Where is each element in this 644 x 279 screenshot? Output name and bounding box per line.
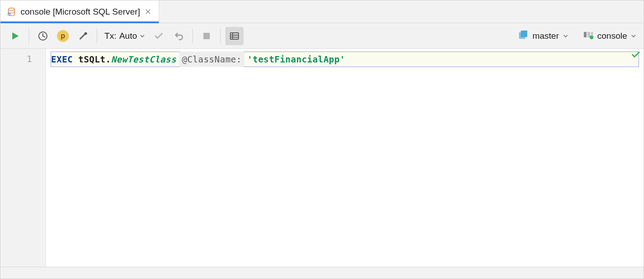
- tx-mode-dropdown[interactable]: Tx: Auto: [102, 31, 148, 41]
- datasource-icon: [583, 29, 594, 42]
- tx-prefix: Tx:: [104, 31, 116, 41]
- rollback-button[interactable]: [170, 27, 188, 45]
- schema-selector[interactable]: master: [516, 29, 570, 42]
- status-bar: [0, 267, 644, 279]
- svg-rect-11: [587, 32, 590, 37]
- chevron-down-icon: [563, 31, 568, 41]
- session-selector[interactable]: console: [581, 29, 639, 42]
- chevron-down-icon: [631, 31, 636, 41]
- string-literal: 'testFinancialApp': [247, 52, 345, 67]
- tab-console[interactable]: console [Microsoft SQL Server] ✕: [0, 0, 159, 23]
- sql-keyword: EXEC: [51, 52, 73, 67]
- svg-rect-10: [584, 32, 587, 37]
- param-hint: @ClassName:: [179, 52, 244, 67]
- close-icon[interactable]: ✕: [145, 8, 151, 16]
- database-icon: [7, 7, 16, 16]
- history-button[interactable]: [34, 27, 52, 45]
- tab-strip: console [Microsoft SQL Server] ✕: [0, 0, 644, 23]
- svg-rect-9: [521, 31, 527, 37]
- separator: [97, 29, 97, 43]
- svg-point-0: [8, 8, 14, 10]
- app-root: console [Microsoft SQL Server] ✕ p Tx: A…: [0, 0, 644, 279]
- schema-label: master: [532, 31, 559, 41]
- code-line-1[interactable]: EXEC tSQLt . NewTestClass @ClassName: 't…: [51, 52, 639, 67]
- run-button[interactable]: [6, 27, 24, 45]
- chevron-down-icon: [140, 31, 145, 41]
- svg-rect-4: [230, 33, 239, 39]
- inspection-ok-icon[interactable]: [631, 50, 641, 62]
- cancel-query-button[interactable]: [197, 27, 216, 45]
- svg-point-13: [590, 36, 593, 39]
- separator: [29, 29, 29, 43]
- svg-rect-3: [203, 33, 210, 39]
- dot: .: [105, 52, 111, 67]
- tx-mode-value: Auto: [119, 31, 137, 41]
- view-as-table-button[interactable]: [225, 27, 244, 45]
- space: [73, 52, 78, 67]
- schema-icon: [518, 29, 529, 42]
- code-editor[interactable]: 1 EXEC tSQLt . NewTestClass @ClassName: …: [0, 49, 644, 267]
- code-area[interactable]: EXEC tSQLt . NewTestClass @ClassName: 't…: [46, 49, 644, 267]
- session-label: console: [597, 31, 628, 41]
- playground-badge[interactable]: p: [54, 27, 72, 45]
- toolbar: p Tx: Auto: [0, 23, 644, 49]
- line-number: 1: [0, 52, 46, 66]
- badge-p-icon: p: [57, 30, 69, 42]
- schema-name: tSQLt: [78, 52, 106, 67]
- separator: [192, 29, 193, 43]
- function-name: NewTestClass: [111, 52, 176, 67]
- tab-title: console [Microsoft SQL Server]: [21, 7, 140, 17]
- commit-button[interactable]: [150, 27, 168, 45]
- separator: [220, 29, 221, 43]
- line-gutter: 1: [0, 49, 46, 267]
- settings-button[interactable]: [74, 27, 92, 45]
